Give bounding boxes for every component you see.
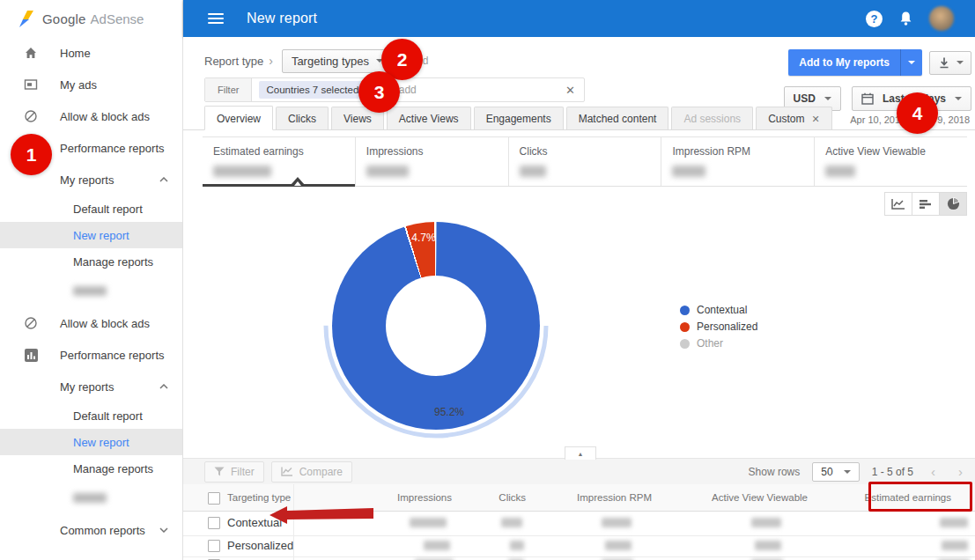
redacted-label: [73, 286, 107, 296]
legend-item-personalized[interactable]: Personalized: [680, 321, 757, 333]
legend-dot: [680, 306, 690, 315]
table-row-placement[interactable]: Placement: [183, 556, 975, 560]
add-to-my-reports-button[interactable]: Add to My reports: [788, 49, 922, 76]
annotation-step-1: 1: [11, 134, 52, 175]
filter-bar-label: Filter: [205, 78, 252, 101]
avatar[interactable]: [929, 6, 954, 31]
sidebar-item-label: Performance reports: [60, 142, 165, 155]
legend-item-other[interactable]: Other: [680, 337, 757, 350]
metric-card-impressions[interactable]: Impressions: [355, 137, 508, 186]
sidebar-item-label: Allow & block ads: [60, 110, 150, 123]
metric-card-clicks[interactable]: Clicks: [508, 137, 661, 186]
table-compare-button[interactable]: Compare: [271, 461, 352, 483]
sidebar-item-redacted[interactable]: [0, 275, 182, 307]
tab-clicks[interactable]: Clicks: [276, 107, 329, 129]
annotation-step-4: 4: [897, 92, 938, 134]
chevron-up-icon[interactable]: [159, 177, 168, 182]
adsense-new-report-screen: Google AdSense Home My ads Allow & blo: [0, 0, 975, 560]
adsense-logo-icon: [19, 11, 34, 27]
funnel-icon: [214, 467, 225, 476]
sidebar-item-default-report-2[interactable]: Default report: [0, 402, 182, 429]
add-to-my-reports-dropdown[interactable]: [900, 49, 922, 76]
sidebar-item-default-report[interactable]: Default report: [0, 195, 182, 222]
collapse-chart-button[interactable]: ▲: [565, 446, 596, 460]
table-row-personalized[interactable]: Personalized: [183, 535, 975, 557]
download-button[interactable]: [929, 51, 971, 75]
tab-active-views[interactable]: Active Views: [387, 107, 471, 129]
previous-page-icon[interactable]: ‹: [926, 464, 941, 479]
chevron-down-icon[interactable]: [159, 527, 168, 533]
tab-custom[interactable]: Custom✕: [756, 107, 832, 129]
sidebar-item-home[interactable]: Home: [0, 37, 182, 69]
bar-chart-icon: [23, 349, 39, 362]
sidebar-item-common-reports[interactable]: Common reports: [0, 514, 182, 546]
brand-logo[interactable]: Google AdSense: [0, 0, 182, 37]
tab-matched-content[interactable]: Matched content: [566, 107, 669, 129]
column-impression-rpm[interactable]: Impression RPM: [577, 492, 652, 503]
sidebar-item-allow-block-ads-2[interactable]: Allow & block ads: [0, 307, 182, 339]
redacted-value: [424, 541, 450, 550]
metric-card-estimated-earnings[interactable]: Estimated earnings: [203, 137, 355, 186]
column-active-view-viewable[interactable]: Active View Viewable: [712, 492, 808, 503]
sidebar-item-new-report-2[interactable]: New report: [0, 429, 182, 455]
menu-icon[interactable]: [208, 13, 224, 24]
pie-chart-icon[interactable]: [940, 192, 967, 216]
notifications-icon[interactable]: [898, 11, 913, 26]
column-clicks[interactable]: Clicks: [499, 492, 526, 503]
sidebar-item-manage-reports[interactable]: Manage reports: [0, 248, 182, 275]
metric-cards: Estimated earnings Impressions Clicks Im…: [203, 136, 967, 187]
annotation-arrow: [264, 502, 379, 528]
sidebar-item-label: Manage reports: [73, 255, 153, 269]
sidebar-item-label: Default report: [73, 203, 143, 216]
next-page-icon[interactable]: ›: [953, 464, 968, 479]
row-checkbox[interactable]: [208, 517, 220, 529]
compare-chart-icon: [281, 467, 293, 476]
sidebar-item-new-report[interactable]: New report: [0, 222, 182, 248]
redacted-label: [73, 493, 107, 503]
sidebar-nav: Home My ads Allow & block ads Performanc…: [0, 37, 182, 546]
close-icon[interactable]: ✕: [811, 114, 819, 124]
annotation-highlight-box: [868, 482, 972, 512]
redacted-value: [366, 166, 409, 177]
tab-overview[interactable]: Overview: [204, 106, 273, 130]
redacted-value: [410, 518, 447, 527]
block-icon: [23, 316, 39, 330]
sidebar-item-allow-block-ads[interactable]: Allow & block ads: [0, 100, 182, 132]
line-chart-icon[interactable]: [884, 192, 912, 216]
page-size-select[interactable]: 50: [812, 462, 859, 482]
redacted-value: [672, 166, 705, 177]
sidebar-item-my-ads[interactable]: My ads: [0, 69, 182, 100]
sidebar-item-label: Home: [60, 47, 91, 60]
row-checkbox[interactable]: [208, 540, 220, 552]
report-type-select[interactable]: Targeting types: [282, 49, 393, 73]
my-ads-icon: [23, 77, 39, 92]
column-impressions[interactable]: Impressions: [397, 492, 452, 503]
clear-filters-icon[interactable]: ✕: [565, 84, 575, 97]
report-tabs: Overview Clicks Views Active Views Engag…: [183, 106, 975, 130]
caret-down-icon: [955, 97, 962, 100]
redacted-value: [602, 518, 632, 527]
sidebar-item-redacted-2[interactable]: [0, 482, 182, 514]
sidebar-item-manage-reports-2[interactable]: Manage reports: [0, 455, 182, 482]
help-icon[interactable]: ?: [866, 11, 883, 27]
sidebar-item-my-reports-2[interactable]: My reports: [0, 371, 182, 402]
sidebar-item-label: Manage reports: [73, 462, 153, 475]
tab-engagements[interactable]: Engagements: [474, 107, 564, 129]
sidebar-item-label: My ads: [60, 78, 97, 92]
bar-chart-icon[interactable]: [912, 192, 940, 216]
sidebar-item-performance-reports-2[interactable]: Performance reports: [0, 339, 182, 371]
redacted-value: [751, 518, 781, 527]
slice-label-personalized: 4.7%: [406, 232, 441, 244]
metric-card-active-view-viewable[interactable]: Active View Viewable: [814, 137, 967, 186]
donut-hole: [386, 276, 486, 376]
metric-card-impression-rpm[interactable]: Impression RPM: [661, 137, 814, 186]
table-filter-button[interactable]: Filter: [204, 461, 264, 483]
legend-item-contextual[interactable]: Contextual: [680, 304, 757, 316]
legend-dot: [680, 322, 690, 332]
brand-adsense: AdSense: [91, 11, 144, 26]
sidebar-item-label: New report: [73, 436, 129, 449]
sidebar-item-label: My reports: [23, 173, 114, 187]
redacted-value: [520, 166, 546, 177]
select-all-checkbox[interactable]: [208, 492, 220, 505]
chevron-up-icon[interactable]: [159, 384, 168, 389]
